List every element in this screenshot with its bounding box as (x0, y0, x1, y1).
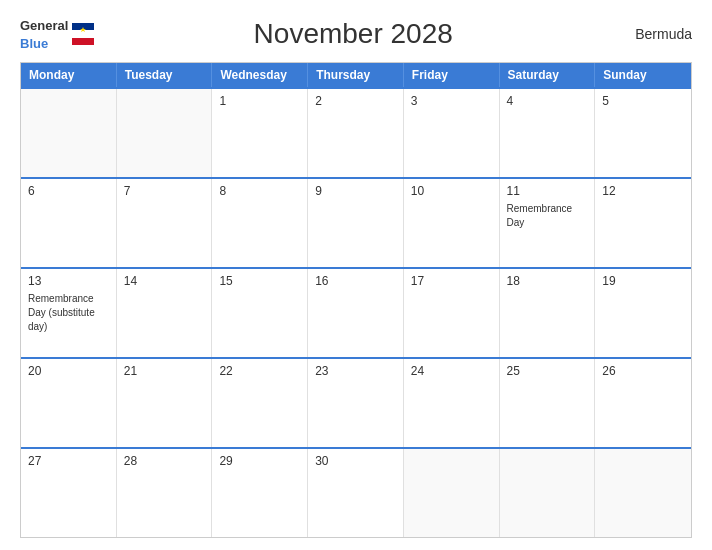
calendar-grid: Monday Tuesday Wednesday Thursday Friday… (20, 62, 692, 538)
day-number: 11 (507, 184, 588, 198)
day-number: 21 (124, 364, 205, 378)
cal-cell-4-6: 25 (500, 359, 596, 447)
cal-cell-4-2: 21 (117, 359, 213, 447)
cal-cell-5-1: 27 (21, 449, 117, 537)
logo-flag-icon (72, 23, 94, 45)
cal-cell-2-3: 8 (212, 179, 308, 267)
day-number: 14 (124, 274, 205, 288)
day-number: 13 (28, 274, 109, 288)
header-wednesday: Wednesday (212, 63, 308, 87)
calendar-week-3: 13Remembrance Day (substitute day)141516… (21, 267, 691, 357)
cal-cell-1-4: 2 (308, 89, 404, 177)
day-number: 5 (602, 94, 684, 108)
cal-cell-2-4: 9 (308, 179, 404, 267)
header-thursday: Thursday (308, 63, 404, 87)
cal-cell-3-1: 13Remembrance Day (substitute day) (21, 269, 117, 357)
day-number: 4 (507, 94, 588, 108)
day-number: 23 (315, 364, 396, 378)
day-number: 12 (602, 184, 684, 198)
day-number: 19 (602, 274, 684, 288)
cal-cell-5-3: 29 (212, 449, 308, 537)
logo: General Blue (20, 16, 94, 52)
header-friday: Friday (404, 63, 500, 87)
cal-cell-5-7 (595, 449, 691, 537)
event-label: Remembrance Day (507, 203, 573, 228)
cal-cell-4-7: 26 (595, 359, 691, 447)
cal-cell-3-3: 15 (212, 269, 308, 357)
cal-cell-4-1: 20 (21, 359, 117, 447)
cal-cell-4-4: 23 (308, 359, 404, 447)
day-number: 8 (219, 184, 300, 198)
cal-cell-4-5: 24 (404, 359, 500, 447)
cal-cell-2-1: 6 (21, 179, 117, 267)
day-number: 3 (411, 94, 492, 108)
day-number: 10 (411, 184, 492, 198)
cal-cell-3-4: 16 (308, 269, 404, 357)
day-number: 30 (315, 454, 396, 468)
cal-cell-3-7: 19 (595, 269, 691, 357)
cal-cell-3-6: 18 (500, 269, 596, 357)
svg-rect-3 (72, 38, 94, 45)
cal-cell-2-6: 11Remembrance Day (500, 179, 596, 267)
day-number: 2 (315, 94, 396, 108)
day-number: 15 (219, 274, 300, 288)
day-number: 24 (411, 364, 492, 378)
day-number: 27 (28, 454, 109, 468)
calendar-title: November 2028 (94, 18, 612, 50)
day-number: 29 (219, 454, 300, 468)
cal-cell-1-7: 5 (595, 89, 691, 177)
cal-cell-2-5: 10 (404, 179, 500, 267)
day-number: 18 (507, 274, 588, 288)
region-label: Bermuda (612, 26, 692, 42)
cal-cell-1-5: 3 (404, 89, 500, 177)
day-number: 28 (124, 454, 205, 468)
cal-cell-5-6 (500, 449, 596, 537)
day-number: 7 (124, 184, 205, 198)
svg-rect-2 (72, 30, 94, 38)
cal-cell-5-4: 30 (308, 449, 404, 537)
cal-cell-3-5: 17 (404, 269, 500, 357)
logo-blue-text: Blue (20, 36, 48, 51)
cal-cell-4-3: 22 (212, 359, 308, 447)
cal-cell-1-6: 4 (500, 89, 596, 177)
day-number: 16 (315, 274, 396, 288)
calendar-week-5: 27282930 (21, 447, 691, 537)
calendar-week-2: 67891011Remembrance Day12 (21, 177, 691, 267)
day-number: 25 (507, 364, 588, 378)
day-number: 9 (315, 184, 396, 198)
day-number: 6 (28, 184, 109, 198)
cal-cell-1-1 (21, 89, 117, 177)
cal-cell-2-2: 7 (117, 179, 213, 267)
calendar-week-4: 20212223242526 (21, 357, 691, 447)
day-number: 22 (219, 364, 300, 378)
calendar-week-1: 12345 (21, 87, 691, 177)
cal-cell-1-3: 1 (212, 89, 308, 177)
day-number: 20 (28, 364, 109, 378)
cal-cell-5-5 (404, 449, 500, 537)
day-number: 1 (219, 94, 300, 108)
logo-general-text: General (20, 18, 68, 33)
event-label: Remembrance Day (substitute day) (28, 293, 95, 332)
cal-cell-3-2: 14 (117, 269, 213, 357)
calendar-body: 1234567891011Remembrance Day1213Remembra… (21, 87, 691, 537)
cal-cell-5-2: 28 (117, 449, 213, 537)
cal-cell-2-7: 12 (595, 179, 691, 267)
calendar-header-row: Monday Tuesday Wednesday Thursday Friday… (21, 63, 691, 87)
page-header: General Blue November 2028 Bermuda (20, 16, 692, 52)
cal-cell-1-2 (117, 89, 213, 177)
header-sunday: Sunday (595, 63, 691, 87)
header-monday: Monday (21, 63, 117, 87)
header-saturday: Saturday (500, 63, 596, 87)
calendar-page: General Blue November 2028 Bermuda Monda… (0, 0, 712, 550)
day-number: 26 (602, 364, 684, 378)
day-number: 17 (411, 274, 492, 288)
header-tuesday: Tuesday (117, 63, 213, 87)
